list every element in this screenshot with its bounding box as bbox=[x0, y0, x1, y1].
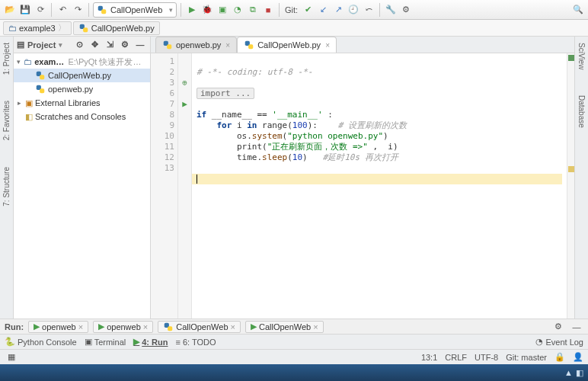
status-caret-pos[interactable]: 13:1 bbox=[421, 353, 437, 362]
chevron-right-icon: 〉 bbox=[58, 22, 66, 34]
chevron-down-icon: ▾ bbox=[169, 6, 173, 14]
navigation-bar: 🗀 example3 〉 CallOpenWeb.py bbox=[0, 20, 588, 37]
editor-tab[interactable]: openweb.py × bbox=[155, 37, 237, 53]
tab-structure[interactable]: 7: Structure bbox=[1, 165, 12, 208]
breadcrumb-folder[interactable]: 🗀 example3 〉 bbox=[3, 21, 72, 35]
console-icon: 🐍 bbox=[5, 337, 15, 347]
open-icon[interactable]: 📂 bbox=[3, 3, 17, 17]
profile-icon[interactable]: ◔ bbox=[231, 3, 244, 17]
gear-icon[interactable]: ⚙ bbox=[118, 38, 132, 52]
run-tab[interactable]: ▶openweb× bbox=[28, 321, 88, 333]
close-icon[interactable]: × bbox=[225, 41, 230, 50]
status-git-branch[interactable]: Git: master bbox=[506, 353, 547, 362]
tool-run[interactable]: ▶4: Run bbox=[133, 337, 168, 347]
tab-favorites[interactable]: 2: Favorites bbox=[1, 99, 12, 142]
python-icon bbox=[244, 40, 254, 50]
git-revert-icon[interactable]: ⤺ bbox=[362, 3, 375, 17]
run-coverage-icon[interactable]: ▣ bbox=[216, 3, 229, 17]
terminal-icon: ▣ bbox=[85, 337, 92, 347]
library-icon: ▣ bbox=[25, 98, 33, 108]
editor-area: openweb.py × CallOpenWeb.py × 1 2 3 bbox=[151, 37, 574, 319]
close-icon[interactable]: × bbox=[325, 41, 330, 50]
undo-icon[interactable]: ↶ bbox=[56, 3, 69, 17]
tool-terminal[interactable]: ▣Terminal bbox=[85, 337, 126, 347]
run-tab[interactable]: ▶CallOpenWeb× bbox=[245, 321, 324, 333]
save-all-icon[interactable]: 💾 bbox=[18, 3, 32, 17]
tray-icon[interactable]: ▲ bbox=[564, 368, 573, 377]
tool-event-log[interactable]: ◔Event Log bbox=[535, 337, 583, 347]
hide-icon[interactable]: — bbox=[133, 38, 147, 52]
tab-sciview[interactable]: SciView bbox=[576, 41, 587, 71]
tab-database[interactable]: Database bbox=[576, 94, 587, 130]
tree-node-root[interactable]: ▾ 🗀 example3 E:\PyQt 快速开发与实战\P bbox=[14, 55, 150, 69]
python-icon bbox=[162, 40, 173, 50]
gutter-marks[interactable]: ⊕ ▶ bbox=[178, 53, 192, 319]
svg-rect-9 bbox=[167, 44, 171, 49]
tool-python-console[interactable]: 🐍Python Console bbox=[5, 337, 77, 347]
editor-tabs: openweb.py × CallOpenWeb.py × bbox=[151, 37, 574, 53]
stop-icon[interactable]: ■ bbox=[261, 3, 275, 17]
svg-rect-11 bbox=[248, 44, 253, 49]
close-icon[interactable]: × bbox=[231, 322, 235, 331]
code-editor[interactable]: # -*- coding: utf-8 -*- import ... if __… bbox=[192, 53, 567, 319]
hide-icon[interactable]: — bbox=[570, 320, 583, 334]
status-bar: ▦ 13:1 CRLF UTF-8 Git: master 🔒 👤 bbox=[0, 349, 588, 364]
git-history-icon[interactable]: 🕘 bbox=[347, 3, 360, 17]
project-settings-icon[interactable]: ⊙ bbox=[72, 38, 86, 52]
run-ok-icon: ▶ bbox=[251, 322, 257, 331]
project-tree[interactable]: ▾ 🗀 example3 E:\PyQt 快速开发与实战\P CallOpenW… bbox=[14, 53, 150, 319]
folded-region[interactable]: import ... bbox=[197, 88, 254, 99]
svg-rect-1 bbox=[101, 9, 106, 14]
redo-icon[interactable]: ↷ bbox=[71, 3, 85, 17]
debug-icon[interactable]: 🐞 bbox=[200, 3, 214, 17]
breadcrumb-file[interactable]: CallOpenWeb.py bbox=[73, 21, 160, 35]
run-label: Run: bbox=[5, 322, 24, 331]
search-everywhere-icon[interactable]: 🔍 bbox=[571, 3, 585, 17]
ide-scripting-icon[interactable]: 🔧 bbox=[384, 3, 398, 17]
run-tab[interactable]: CallOpenWeb× bbox=[158, 321, 241, 333]
git-label: Git: bbox=[285, 5, 298, 14]
bottom-tool-tabs: 🐍Python Console ▣Terminal ▶4: Run ≡6: TO… bbox=[0, 334, 588, 349]
error-stripe[interactable] bbox=[567, 53, 574, 319]
close-icon[interactable]: × bbox=[313, 322, 318, 331]
run-config-selector[interactable]: CallOpenWeb ▾ bbox=[93, 2, 177, 18]
git-commit-icon[interactable]: ✔ bbox=[301, 3, 315, 17]
breadcrumb-folder-label: example3 bbox=[19, 24, 56, 33]
line-number-gutter[interactable]: 1 2 3 6 7 8 9 10 11 12 13 bbox=[151, 53, 178, 319]
tree-node-scratches[interactable]: ◧ Scratches and Consoles bbox=[14, 110, 150, 123]
gear-icon[interactable]: ⚙ bbox=[551, 320, 565, 334]
run-icon[interactable]: ▶ bbox=[185, 3, 199, 17]
expand-icon[interactable]: ▸ bbox=[15, 99, 23, 107]
concurrency-icon[interactable]: ⧉ bbox=[246, 3, 260, 17]
folder-icon: 🗀 bbox=[24, 57, 32, 66]
tree-node-file[interactable]: openweb.py bbox=[14, 82, 150, 96]
refresh-icon[interactable]: ⟳ bbox=[34, 3, 47, 17]
run-gutter-icon[interactable]: ▶ bbox=[178, 99, 191, 110]
tool-todo[interactable]: ≡6: TODO bbox=[175, 338, 216, 347]
toggle-tool-windows-icon[interactable]: ▦ bbox=[5, 351, 18, 364]
editor-tab[interactable]: CallOpenWeb.py × bbox=[237, 37, 337, 53]
run-tab[interactable]: ▶openweb× bbox=[93, 321, 153, 333]
tree-node-file[interactable]: CallOpenWeb.py bbox=[14, 69, 150, 82]
tree-node-libs[interactable]: ▸ ▣ External Libraries bbox=[14, 96, 150, 110]
breadcrumb-file-label: CallOpenWeb.py bbox=[91, 24, 155, 33]
collapse-all-icon[interactable]: ⇲ bbox=[103, 38, 117, 52]
tab-project[interactable]: 1: Project bbox=[1, 41, 12, 76]
status-line-ending[interactable]: CRLF bbox=[445, 353, 467, 362]
git-push-icon[interactable]: ↗ bbox=[331, 3, 345, 17]
settings-icon[interactable]: ⚙ bbox=[399, 3, 413, 17]
close-icon[interactable]: × bbox=[143, 322, 148, 331]
folder-icon: 🗀 bbox=[8, 24, 17, 33]
close-icon[interactable]: × bbox=[78, 322, 83, 331]
inspector-icon[interactable]: 👤 bbox=[573, 352, 583, 362]
chevron-down-icon[interactable]: ▾ bbox=[59, 41, 62, 49]
expand-icon[interactable]: ▾ bbox=[15, 58, 21, 66]
right-tool-stripe: SciView Database bbox=[574, 37, 588, 319]
python-icon bbox=[78, 23, 89, 34]
tray-icon[interactable]: ◧ bbox=[576, 368, 583, 378]
scroll-from-source-icon[interactable]: ✥ bbox=[88, 38, 101, 52]
git-pull-icon[interactable]: ↙ bbox=[316, 3, 330, 17]
run-ok-icon: ▶ bbox=[98, 322, 104, 331]
status-encoding[interactable]: UTF-8 bbox=[475, 353, 498, 362]
lock-icon[interactable]: 🔒 bbox=[554, 352, 565, 362]
